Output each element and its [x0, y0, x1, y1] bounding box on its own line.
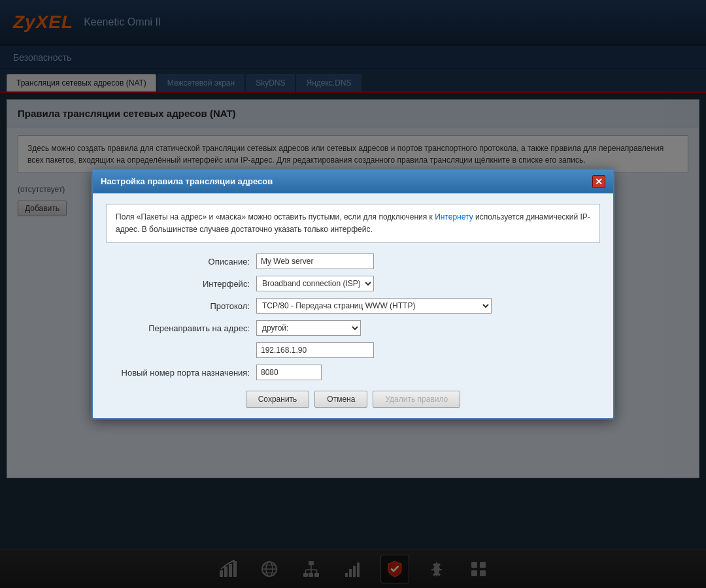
form-row-description: Описание:	[106, 253, 600, 269]
form-row-interface: Интерфейс: Broadband connection (ISP) PP…	[106, 276, 600, 291]
protocol-label: Протокол:	[106, 301, 250, 311]
modal-overlay: Настройка правила трансляции адресов ✕ П…	[0, 0, 706, 588]
form-row-ip	[106, 342, 600, 358]
info-link[interactable]: Интернету	[435, 212, 473, 221]
interface-select[interactable]: Broadband connection (ISP) PPPoE L2TP PP…	[256, 276, 374, 291]
modal-dialog: Настройка правила трансляции адресов ✕ П…	[92, 169, 614, 419]
modal-close-button[interactable]: ✕	[592, 175, 605, 188]
redirect-label: Перенаправить на адрес:	[106, 323, 250, 333]
delete-button[interactable]: Удалить правило	[373, 391, 460, 408]
port-input[interactable]	[256, 365, 322, 380]
redirect-select[interactable]: другой: этот роутер	[256, 320, 361, 336]
port-label: Новый номер порта назначения:	[106, 368, 250, 378]
modal-header: Настройка правила трансляции адресов ✕	[93, 170, 613, 193]
save-button[interactable]: Сохранить	[246, 391, 310, 408]
form-row-port: Новый номер порта назначения:	[106, 365, 600, 380]
modal-title: Настройка правила трансляции адресов	[101, 176, 273, 186]
interface-label: Интерфейс:	[106, 279, 250, 289]
modal-info-box: Поля «Пакеты на адрес» и «маска» можно о…	[106, 204, 600, 243]
form-buttons: Сохранить Отмена Удалить правило	[106, 391, 600, 408]
cancel-button[interactable]: Отмена	[314, 391, 367, 408]
form-row-redirect: Перенаправить на адрес: другой: этот роу…	[106, 320, 600, 336]
form-row-protocol: Протокол: TCP/80 - Передача страниц WWW …	[106, 298, 600, 314]
description-input[interactable]	[256, 253, 374, 269]
protocol-select[interactable]: TCP/80 - Передача страниц WWW (HTTP) TCP…	[256, 298, 492, 314]
info-text-1: Поля «Пакеты на адрес» и «маска» можно о…	[116, 212, 435, 221]
ip-input[interactable]	[256, 342, 374, 358]
description-label: Описание:	[106, 257, 250, 267]
modal-body: Поля «Пакеты на адрес» и «маска» можно о…	[93, 193, 613, 418]
